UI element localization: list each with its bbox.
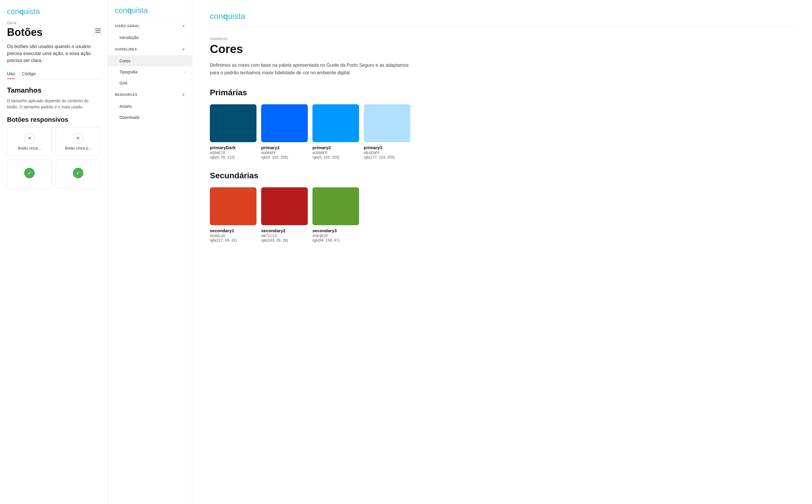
menu-icon-button[interactable] [93, 26, 103, 36]
btn-x-icon-2: ✕ [73, 133, 83, 144]
svg-rect-0 [95, 29, 101, 29]
color-name-primary2: primary2 [312, 145, 359, 150]
color-swatch-primary3 [364, 104, 411, 142]
nav-visao-geral: VISÃO GERAL ∨ Introdução [108, 20, 192, 43]
nav-item-tipografia[interactable]: Tipografia › [108, 66, 192, 77]
color-hex-secondary3: #5E9E2F [312, 234, 359, 238]
nav-group-visao-geral[interactable]: VISÃO GERAL ∨ [108, 20, 192, 32]
nav-item-downloads[interactable]: Downloads [108, 112, 192, 123]
left-panel: conquista Geral Botões Os botões são usa… [0, 0, 108, 504]
chevron-down-icon: ∨ [182, 24, 185, 28]
nav-group-resources-label: RESOURCES [115, 93, 138, 96]
color-card-secondary3: secondary3 #5E9E2F rgb(94, 158, 47) [312, 187, 359, 242]
color-card-primary2: primary2 #0099FF rgb(0, 153, 255) [312, 104, 359, 159]
main-title: Cores [210, 43, 795, 56]
main-description: Definimos as cores com base na paleta ap… [210, 61, 414, 76]
main-logo-con: con [210, 12, 223, 21]
color-rgb-secondary1: rgb(217, 65, 32) [210, 238, 256, 242]
nav-group-resources[interactable]: RESOURCES ∨ [108, 89, 192, 101]
color-name-secondary3: secondary3 [312, 228, 359, 233]
color-hex-secondary2: #B71C1C [261, 234, 308, 238]
button-grid-2: ✓ ✓ [7, 160, 101, 189]
main-header: conquista [210, 12, 795, 27]
color-swatch-secondary1 [210, 187, 256, 225]
color-rgb-primary2: rgb(0, 153, 255) [312, 155, 359, 159]
color-hex-primary3: #B1E0FF [364, 151, 411, 155]
nav-item-assets[interactable]: Assets [108, 101, 192, 112]
btn-card-3: ✓ [7, 160, 52, 189]
chevron-down-icon-3: ∨ [182, 93, 185, 97]
color-hex-primary1: #0066FF [261, 151, 308, 155]
color-name-primaryDark: primaryDark [210, 145, 256, 150]
svg-rect-1 [95, 30, 101, 31]
color-grid-primarias: primaryDark #004E70 rgb(0, 78, 112) prim… [210, 104, 795, 159]
color-hex-primary2: #0099FF [312, 151, 359, 155]
page-description: Os botões são usados quando o usuário pr… [7, 43, 101, 64]
mid-logo-q: q [127, 6, 132, 15]
nav-guidelines: GUIDELINES ∨ Cores Tipografia › Grid [108, 43, 192, 89]
color-rgb-primary3: rgb(177, 224, 255) [364, 155, 411, 159]
color-grid-secundarias: secondary1 #D94120 rgb(217, 65, 32) seco… [210, 187, 795, 242]
tabs-container: Uso Código [7, 71, 101, 79]
main-panel: conquista Guidelines Cores Definimos as … [192, 0, 812, 504]
mid-header: conquista [108, 0, 192, 20]
btn-check-icon-2: ✓ [73, 168, 83, 178]
color-rgb-primaryDark: rgb(0, 78, 112) [210, 155, 256, 159]
color-card-primaryDark: primaryDark #004E70 rgb(0, 78, 112) [210, 104, 256, 159]
btn-card-4: ✓ [56, 160, 101, 189]
color-swatch-primaryDark [210, 104, 256, 142]
section-tamanhos-title: Tamanhos [7, 86, 101, 94]
color-card-primary1: primary1 #0066FF rgb(0, 102, 255) [261, 104, 308, 159]
color-hex-secondary1: #D94120 [210, 234, 256, 238]
nav-group-guidelines-label: GUIDELINES [115, 47, 137, 51]
chevron-right-icon: › [184, 70, 185, 74]
nav-group-visao-geral-label: VISÃO GERAL [115, 24, 140, 28]
color-rgb-secondary2: rgb(183, 28, 28) [261, 238, 308, 242]
page-title: Botões [7, 26, 101, 38]
btn-x-icon-1: ✕ [24, 133, 35, 144]
mid-panel: conquista VISÃO GERAL ∨ Introdução GUIDE… [108, 0, 192, 504]
mid-logo-uista: uista [132, 6, 148, 15]
breadcrumb: Geral [7, 21, 101, 25]
color-rgb-primary1: rgb(0, 102, 255) [261, 155, 308, 159]
section-botoes-responsivos-title: Botões responsivos [7, 116, 101, 124]
btn-card-2: ✕ Botão cinza p... [56, 127, 101, 156]
button-grid: ✕ Botão cinza... ✕ Botão cinza p... [7, 127, 101, 156]
tab-uso[interactable]: Uso [7, 71, 15, 79]
main-logo-uista: uista [228, 12, 245, 21]
btn-label-2: Botão cinza p... [65, 146, 91, 150]
hamburger-icon [95, 29, 101, 33]
nav-item-grid[interactable]: Grid [108, 77, 192, 89]
mid-logo-con: con [115, 6, 127, 15]
btn-card-1: ✕ Botão cinza... [7, 127, 52, 156]
color-name-secondary2: secondary2 [261, 228, 308, 233]
color-swatch-secondary3 [312, 187, 359, 225]
color-name-primary3: primary3 [364, 145, 411, 150]
nav-resources: RESOURCES ∨ Assets Downloads [108, 89, 192, 123]
color-name-primary1: primary1 [261, 145, 308, 150]
color-swatch-secondary2 [261, 187, 308, 225]
nav-group-guidelines[interactable]: GUIDELINES ∨ [108, 43, 192, 55]
color-hex-primaryDark: #004E70 [210, 151, 256, 155]
main-logo-q: q [223, 12, 228, 21]
svg-rect-2 [95, 32, 101, 33]
color-rgb-secondary3: rgb(94, 158, 47) [312, 238, 359, 242]
color-card-secondary1: secondary1 #D94120 rgb(217, 65, 32) [210, 187, 256, 242]
main-breadcrumb: Guidelines [210, 36, 795, 41]
color-card-secondary2: secondary2 #B71C1C rgb(183, 28, 28) [261, 187, 308, 242]
section-primarias-title: Primárias [210, 88, 795, 97]
color-card-primary3: primary3 #B1E0FF rgb(177, 224, 255) [364, 104, 411, 159]
color-swatch-primary1 [261, 104, 308, 142]
btn-check-icon-1: ✓ [24, 168, 35, 178]
color-swatch-primary2 [312, 104, 359, 142]
nav-item-introducao[interactable]: Introdução [108, 32, 192, 43]
tab-codigo[interactable]: Código [22, 71, 36, 79]
logo-q: q [19, 7, 24, 16]
nav-item-cores[interactable]: Cores [108, 55, 192, 66]
logo-uista: uista [24, 7, 40, 16]
color-name-secondary1: secondary1 [210, 228, 256, 233]
left-logo: conquista [7, 7, 101, 16]
section-tamanhos-desc: O tamanho aplicado depende do contexto d… [7, 98, 101, 110]
logo-con: con [7, 7, 19, 16]
section-secundarias-title: Secundárias [210, 171, 795, 180]
